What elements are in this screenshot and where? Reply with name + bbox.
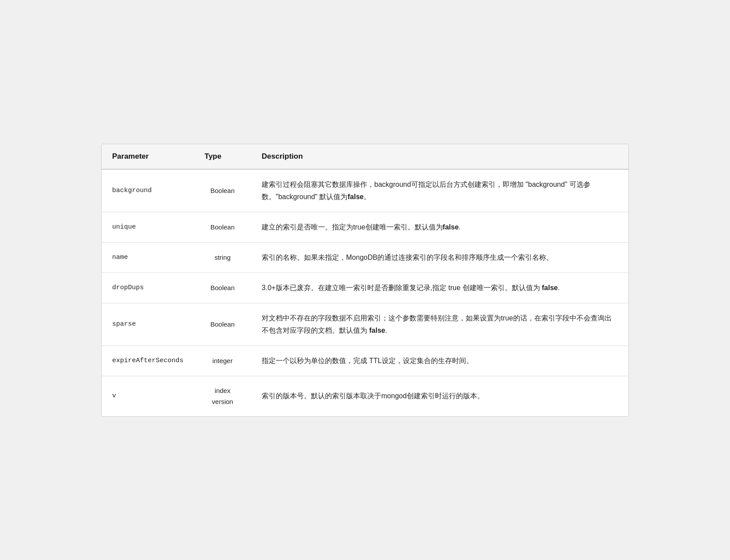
param-type-cell: Boolean <box>194 169 251 212</box>
bold-text: false <box>369 327 385 334</box>
table-row: sparseBoolean对文档中不存在的字段数据不启用索引；这个参数需要特别注… <box>102 303 628 345</box>
param-desc-cell: 建索引过程会阻塞其它数据库操作，background可指定以后台方式创建索引，即… <box>251 169 628 212</box>
header-type: Type <box>194 144 251 169</box>
header-description: Description <box>251 144 628 169</box>
param-type-cell: indexversion <box>194 376 251 416</box>
param-type-cell: integer <box>194 345 251 376</box>
table-row: namestring索引的名称。如果未指定，MongoDB的通过连接索引的字段名… <box>102 242 628 273</box>
parameter-table: Parameter Type Description backgroundBoo… <box>102 144 628 416</box>
table-body: backgroundBoolean建索引过程会阻塞其它数据库操作，backgro… <box>102 169 628 416</box>
param-desc-cell: 对文档中不存在的字段数据不启用索引；这个参数需要特别注意，如果设置为true的话… <box>251 303 628 345</box>
param-name-cell: sparse <box>102 303 194 345</box>
table-row: backgroundBoolean建索引过程会阻塞其它数据库操作，backgro… <box>102 169 628 212</box>
bold-text: false <box>347 193 363 200</box>
table-row: expireAfterSecondsinteger指定一个以秒为单位的数值，完成… <box>102 345 628 376</box>
param-type-cell: string <box>194 242 251 273</box>
param-desc-cell: 3.0+版本已废弃。在建立唯一索引时是否删除重复记录,指定 true 创建唯一索… <box>251 273 628 303</box>
table-header-row: Parameter Type Description <box>102 144 628 169</box>
param-name-cell: unique <box>102 212 194 242</box>
param-name-cell: dropDups <box>102 273 194 303</box>
param-type-cell: Boolean <box>194 273 251 303</box>
param-desc-cell: 建立的索引是否唯一。指定为true创建唯一索引。默认值为false. <box>251 212 628 242</box>
parameter-table-container: Parameter Type Description backgroundBoo… <box>101 144 629 417</box>
param-name-cell: expireAfterSeconds <box>102 345 194 376</box>
param-name-cell: v <box>102 376 194 416</box>
bold-text: false <box>443 223 459 231</box>
param-desc-cell: 索引的名称。如果未指定，MongoDB的通过连接索引的字段名和排序顺序生成一个索… <box>251 242 628 273</box>
bold-text: false <box>542 284 558 291</box>
table-row: dropDupsBoolean3.0+版本已废弃。在建立唯一索引时是否删除重复记… <box>102 273 628 303</box>
param-type-cell: Boolean <box>194 303 251 345</box>
param-name-cell: background <box>102 169 194 212</box>
table-row: vindexversion索引的版本号。默认的索引版本取决于mongod创建索引… <box>102 376 628 416</box>
param-desc-cell: 指定一个以秒为单位的数值，完成 TTL设定，设定集合的生存时间。 <box>251 345 628 376</box>
header-parameter: Parameter <box>102 144 194 169</box>
param-name-cell: name <box>102 242 194 273</box>
param-desc-cell: 索引的版本号。默认的索引版本取决于mongod创建索引时运行的版本。 <box>251 376 628 416</box>
table-row: uniqueBoolean建立的索引是否唯一。指定为true创建唯一索引。默认值… <box>102 212 628 242</box>
param-type-cell: Boolean <box>194 212 251 242</box>
